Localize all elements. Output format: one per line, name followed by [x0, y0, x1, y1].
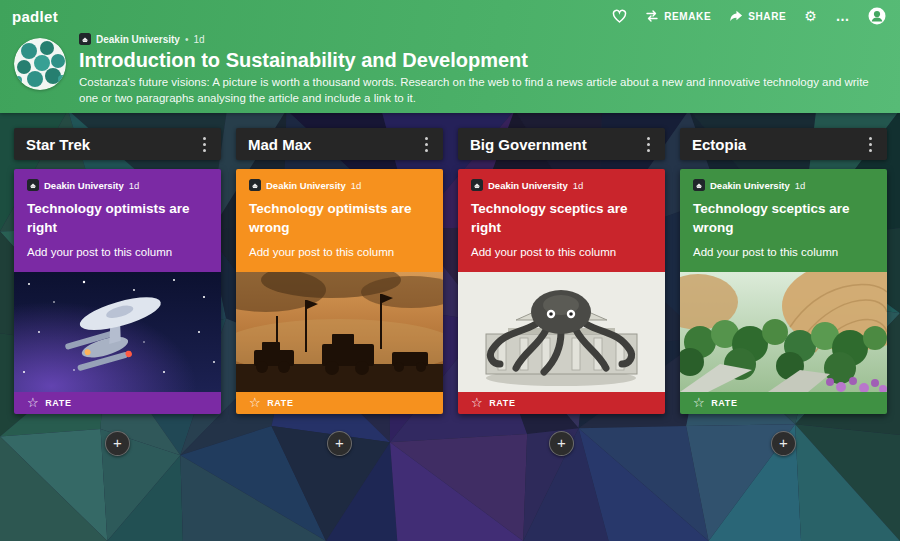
column-header: Big Government [458, 128, 665, 160]
card-author-row: Deakin University 1d [471, 179, 652, 191]
card-time: 1d [573, 180, 584, 191]
share-label: SHARE [748, 11, 786, 22]
padlet-board-page: padlet REMAKE SHARE [0, 0, 900, 541]
board-author: Deakin University [96, 34, 180, 45]
board-header-area: padlet REMAKE SHARE [0, 0, 900, 113]
author-avatar-icon [693, 179, 705, 191]
author-avatar-icon [79, 33, 91, 45]
remake-label: REMAKE [664, 11, 711, 22]
card-time: 1d [795, 180, 806, 191]
post-image-starship [14, 272, 221, 392]
card-author-row: Deakin University 1d [249, 179, 430, 191]
board-time: 1d [193, 34, 204, 45]
card-prompt: Add your post to this column [471, 246, 652, 258]
column-header: Star Trek [14, 128, 221, 160]
user-avatar-button[interactable] [868, 7, 886, 25]
star-icon: ☆ [693, 396, 705, 409]
rate-label: RATE [489, 398, 515, 408]
add-post-button[interactable]: + [327, 431, 352, 456]
card-time: 1d [129, 180, 140, 191]
add-post-button[interactable]: + [105, 431, 130, 456]
author-avatar-icon [27, 179, 39, 191]
board-header: Deakin University • 1d Introduction to S… [0, 30, 900, 106]
rate-button[interactable]: ☆ RATE [236, 392, 443, 414]
rate-label: RATE [267, 398, 293, 408]
column-mad-max: Mad Max Deakin University 1d Technology … [236, 128, 443, 456]
column-menu-button[interactable] [636, 132, 660, 156]
card-prompt: Add your post to this column [27, 246, 208, 258]
column-title: Ectopia [692, 136, 746, 153]
card-author-row: Deakin University 1d [27, 179, 208, 191]
more-options-button[interactable]: … [835, 9, 850, 23]
settings-button[interactable]: ⚙ [804, 9, 817, 23]
topbar: padlet REMAKE SHARE [0, 0, 900, 30]
column-ectopia: Ectopia Deakin University 1d Technology … [680, 128, 887, 456]
gear-icon: ⚙ [804, 9, 817, 23]
column-header: Ectopia [680, 128, 887, 160]
add-post-button[interactable]: + [771, 431, 796, 456]
remake-button[interactable]: REMAKE [645, 9, 711, 23]
rate-button[interactable]: ☆ RATE [680, 392, 887, 414]
card-title: Technology optimists are wrong [249, 200, 430, 238]
padlet-logo[interactable]: padlet [12, 8, 58, 25]
column-menu-button[interactable] [858, 132, 882, 156]
card-author: Deakin University [710, 180, 790, 191]
board-title: Introduction to Sustainability and Devel… [79, 49, 884, 72]
card-author: Deakin University [44, 180, 124, 191]
card-title: Technology optimists are right [27, 200, 208, 238]
post-card[interactable]: Deakin University 1d Technology sceptics… [680, 169, 887, 414]
star-icon: ☆ [471, 396, 483, 409]
star-icon: ☆ [249, 396, 261, 409]
column-header: Mad Max [236, 128, 443, 160]
ellipsis-icon: … [835, 9, 850, 23]
column-menu-button[interactable] [192, 132, 216, 156]
author-avatar-icon [249, 179, 261, 191]
post-image-octopus [458, 272, 665, 392]
user-avatar-icon [868, 7, 886, 25]
card-author: Deakin University [266, 180, 346, 191]
share-button[interactable]: SHARE [729, 9, 786, 23]
post-card[interactable]: Deakin University 1d Technology sceptics… [458, 169, 665, 414]
column-title: Big Government [470, 136, 587, 153]
column-title: Mad Max [248, 136, 311, 153]
heart-icon [612, 9, 627, 24]
board-author-row: Deakin University • 1d [79, 33, 884, 45]
add-post-button[interactable]: + [549, 431, 574, 456]
post-image-eco-city [680, 272, 887, 392]
like-button[interactable] [612, 9, 627, 24]
column-menu-button[interactable] [414, 132, 438, 156]
card-author: Deakin University [488, 180, 568, 191]
column-star-trek: Star Trek Deakin University 1d Technolog… [14, 128, 221, 456]
columns-container: Star Trek Deakin University 1d Technolog… [14, 128, 887, 456]
board-avatar [14, 38, 66, 90]
board-description: Costanza's future visions: A picture is … [79, 75, 884, 106]
post-card[interactable]: Deakin University 1d Technology optimist… [236, 169, 443, 414]
card-author-row: Deakin University 1d [693, 179, 874, 191]
column-title: Star Trek [26, 136, 90, 153]
post-card[interactable]: Deakin University 1d Technology optimist… [14, 169, 221, 414]
topbar-actions: REMAKE SHARE ⚙ … [612, 7, 886, 25]
share-icon [729, 9, 743, 23]
star-icon: ☆ [27, 396, 39, 409]
author-separator: • [185, 34, 189, 45]
rate-button[interactable]: ☆ RATE [14, 392, 221, 414]
card-title: Technology sceptics are right [471, 200, 652, 238]
rate-button[interactable]: ☆ RATE [458, 392, 665, 414]
card-prompt: Add your post to this column [249, 246, 430, 258]
author-avatar-icon [471, 179, 483, 191]
rate-label: RATE [711, 398, 737, 408]
rate-label: RATE [45, 398, 71, 408]
board-meta: Deakin University • 1d Introduction to S… [79, 33, 884, 106]
post-image-wasteland [236, 272, 443, 392]
card-title: Technology sceptics are wrong [693, 200, 874, 238]
column-big-government: Big Government Deakin University 1d Tech… [458, 128, 665, 456]
card-prompt: Add your post to this column [693, 246, 874, 258]
remake-icon [645, 9, 659, 23]
card-time: 1d [351, 180, 362, 191]
